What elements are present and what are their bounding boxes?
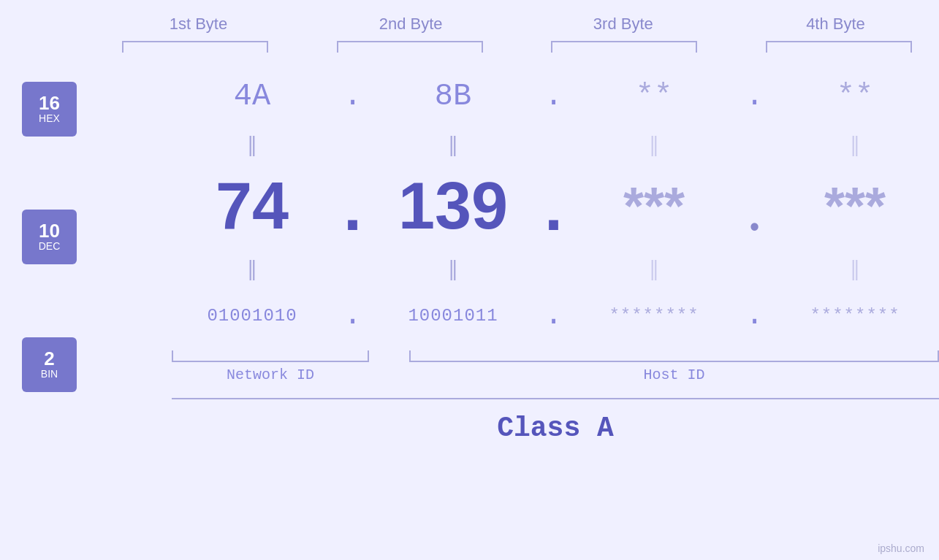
- host-id-label: Host ID: [409, 367, 939, 383]
- network-id-bracket: [172, 350, 369, 362]
- hex-sep2: .: [533, 79, 574, 114]
- hex-sep1: .: [332, 79, 373, 114]
- byte3-label: 3rd Byte: [543, 15, 704, 34]
- hex-sep3: .: [734, 79, 775, 114]
- header-sep2: [497, 15, 537, 34]
- bin-data-row: 01001010 . 10001011 . ******** .: [172, 286, 939, 345]
- hex-data-row: 4A . 8B . ** . **: [172, 67, 939, 126]
- bin-badge-number: 2: [44, 349, 54, 368]
- bin-badge: 2 BIN: [22, 337, 77, 392]
- dec-badge-label: DEC: [39, 240, 61, 253]
- eq2-b4: ‖: [775, 256, 935, 280]
- eq2-b3: ‖: [574, 256, 734, 280]
- hex-b1: 4A: [172, 79, 332, 114]
- eq1-b3: ‖: [574, 132, 734, 156]
- bin-sep2: .: [533, 298, 574, 333]
- dec-sep1: .: [332, 146, 373, 250]
- dec-b2: 139: [373, 169, 533, 244]
- hex-b3: **: [574, 79, 734, 114]
- eq1-b4: ‖: [775, 132, 935, 156]
- badges-column: 16 HEX 10 DEC 2 BIN: [22, 74, 77, 392]
- main-container: 1st Byte 2nd Byte 3rd Byte 4th Byte 16 H…: [0, 0, 939, 560]
- top-brackets: [115, 41, 919, 53]
- dec-sep3: •: [734, 214, 775, 250]
- dec-badge: 10 DEC: [22, 210, 77, 264]
- network-id-label: Network ID: [172, 367, 369, 383]
- host-id-bracket: [409, 350, 939, 362]
- dec-sep2: .: [533, 146, 574, 250]
- bracket3: [551, 41, 697, 53]
- id-labels-row: Network ID Host ID: [172, 367, 939, 383]
- dec-badge-number: 10: [39, 221, 60, 240]
- hex-b2: 8B: [373, 79, 533, 114]
- byte-headers: 1st Byte 2nd Byte 3rd Byte 4th Byte: [115, 15, 919, 34]
- eq-row2: ‖ ‖ ‖ ‖: [172, 250, 939, 286]
- bracket4: [766, 41, 912, 53]
- hex-badge-number: 16: [39, 93, 60, 112]
- eq2-b1: ‖: [172, 256, 332, 280]
- hex-badge-label: HEX: [39, 112, 60, 125]
- bin-b3: ********: [574, 306, 734, 326]
- class-label: Class A: [497, 413, 614, 444]
- bin-sep1: .: [332, 298, 373, 333]
- data-grid: 4A . 8B . ** . **: [172, 67, 939, 444]
- hex-b4: **: [775, 79, 935, 114]
- header-sep1: [284, 15, 324, 34]
- eq2-b2: ‖: [373, 256, 533, 280]
- hex-badge: 16 HEX: [22, 82, 77, 137]
- bin-b2: 10001011: [373, 306, 533, 326]
- bracket1: [122, 41, 268, 53]
- bracket2: [337, 41, 483, 53]
- eq1-b2: ‖: [373, 132, 533, 156]
- byte4-label: 4th Byte: [755, 15, 916, 34]
- bottom-line: [172, 398, 939, 399]
- header-sep3: [710, 15, 750, 34]
- dec-b4: ***: [775, 176, 935, 236]
- bin-b1: 01001010: [172, 306, 332, 326]
- watermark: ipshu.com: [878, 542, 924, 554]
- dec-b1: 74: [172, 169, 332, 244]
- eq1-b1: ‖: [172, 132, 332, 156]
- dec-data-row: 74 . 139 . *** • ***: [172, 162, 939, 250]
- class-label-container: Class A: [172, 413, 939, 444]
- dec-b3: ***: [574, 176, 734, 236]
- bin-sep3: .: [734, 298, 775, 333]
- bin-badge-label: BIN: [41, 368, 58, 380]
- bottom-bracket-row: [172, 350, 939, 362]
- byte2-label: 2nd Byte: [330, 15, 491, 34]
- bin-b4: ********: [775, 306, 935, 326]
- byte1-label: 1st Byte: [118, 15, 278, 34]
